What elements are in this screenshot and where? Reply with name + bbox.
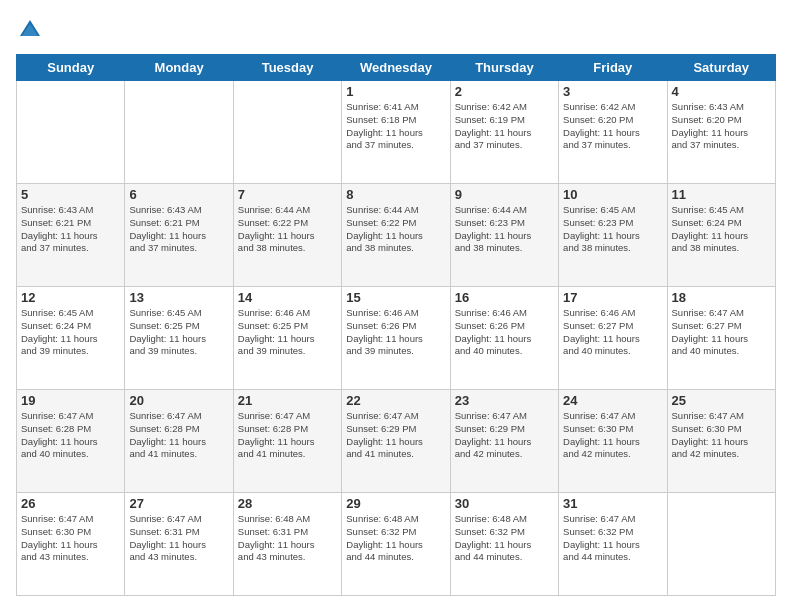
calendar-cell: 17Sunrise: 6:46 AM Sunset: 6:27 PM Dayli… bbox=[559, 287, 667, 390]
weekday-header-friday: Friday bbox=[559, 55, 667, 81]
day-info: Sunrise: 6:41 AM Sunset: 6:18 PM Dayligh… bbox=[346, 101, 445, 152]
week-row-3: 12Sunrise: 6:45 AM Sunset: 6:24 PM Dayli… bbox=[17, 287, 776, 390]
calendar-cell: 20Sunrise: 6:47 AM Sunset: 6:28 PM Dayli… bbox=[125, 390, 233, 493]
day-number: 8 bbox=[346, 187, 445, 202]
day-info: Sunrise: 6:46 AM Sunset: 6:27 PM Dayligh… bbox=[563, 307, 662, 358]
day-number: 7 bbox=[238, 187, 337, 202]
calendar-cell: 31Sunrise: 6:47 AM Sunset: 6:32 PM Dayli… bbox=[559, 493, 667, 596]
day-number: 23 bbox=[455, 393, 554, 408]
calendar-cell: 30Sunrise: 6:48 AM Sunset: 6:32 PM Dayli… bbox=[450, 493, 558, 596]
page: SundayMondayTuesdayWednesdayThursdayFrid… bbox=[0, 0, 792, 612]
day-info: Sunrise: 6:47 AM Sunset: 6:30 PM Dayligh… bbox=[563, 410, 662, 461]
calendar-cell: 2Sunrise: 6:42 AM Sunset: 6:19 PM Daylig… bbox=[450, 81, 558, 184]
day-number: 3 bbox=[563, 84, 662, 99]
calendar-cell: 1Sunrise: 6:41 AM Sunset: 6:18 PM Daylig… bbox=[342, 81, 450, 184]
weekday-header-sunday: Sunday bbox=[17, 55, 125, 81]
weekday-header-thursday: Thursday bbox=[450, 55, 558, 81]
day-number: 29 bbox=[346, 496, 445, 511]
day-number: 18 bbox=[672, 290, 771, 305]
logo-icon bbox=[16, 16, 44, 44]
calendar-cell: 15Sunrise: 6:46 AM Sunset: 6:26 PM Dayli… bbox=[342, 287, 450, 390]
day-info: Sunrise: 6:47 AM Sunset: 6:28 PM Dayligh… bbox=[21, 410, 120, 461]
day-number: 24 bbox=[563, 393, 662, 408]
day-number: 5 bbox=[21, 187, 120, 202]
logo bbox=[16, 16, 48, 44]
weekday-header-wednesday: Wednesday bbox=[342, 55, 450, 81]
day-number: 22 bbox=[346, 393, 445, 408]
calendar-cell: 5Sunrise: 6:43 AM Sunset: 6:21 PM Daylig… bbox=[17, 184, 125, 287]
calendar-cell: 16Sunrise: 6:46 AM Sunset: 6:26 PM Dayli… bbox=[450, 287, 558, 390]
calendar-cell: 7Sunrise: 6:44 AM Sunset: 6:22 PM Daylig… bbox=[233, 184, 341, 287]
calendar-cell: 23Sunrise: 6:47 AM Sunset: 6:29 PM Dayli… bbox=[450, 390, 558, 493]
day-info: Sunrise: 6:46 AM Sunset: 6:26 PM Dayligh… bbox=[455, 307, 554, 358]
day-number: 17 bbox=[563, 290, 662, 305]
calendar-cell: 9Sunrise: 6:44 AM Sunset: 6:23 PM Daylig… bbox=[450, 184, 558, 287]
day-number: 12 bbox=[21, 290, 120, 305]
day-number: 25 bbox=[672, 393, 771, 408]
day-info: Sunrise: 6:47 AM Sunset: 6:30 PM Dayligh… bbox=[21, 513, 120, 564]
calendar-cell: 18Sunrise: 6:47 AM Sunset: 6:27 PM Dayli… bbox=[667, 287, 775, 390]
day-number: 30 bbox=[455, 496, 554, 511]
calendar-cell: 14Sunrise: 6:46 AM Sunset: 6:25 PM Dayli… bbox=[233, 287, 341, 390]
weekday-header-saturday: Saturday bbox=[667, 55, 775, 81]
day-info: Sunrise: 6:48 AM Sunset: 6:32 PM Dayligh… bbox=[346, 513, 445, 564]
week-row-4: 19Sunrise: 6:47 AM Sunset: 6:28 PM Dayli… bbox=[17, 390, 776, 493]
day-info: Sunrise: 6:43 AM Sunset: 6:20 PM Dayligh… bbox=[672, 101, 771, 152]
day-info: Sunrise: 6:47 AM Sunset: 6:30 PM Dayligh… bbox=[672, 410, 771, 461]
calendar-table: SundayMondayTuesdayWednesdayThursdayFrid… bbox=[16, 54, 776, 596]
calendar-cell bbox=[17, 81, 125, 184]
calendar-cell: 13Sunrise: 6:45 AM Sunset: 6:25 PM Dayli… bbox=[125, 287, 233, 390]
calendar-cell: 19Sunrise: 6:47 AM Sunset: 6:28 PM Dayli… bbox=[17, 390, 125, 493]
day-number: 27 bbox=[129, 496, 228, 511]
week-row-1: 1Sunrise: 6:41 AM Sunset: 6:18 PM Daylig… bbox=[17, 81, 776, 184]
calendar-cell: 26Sunrise: 6:47 AM Sunset: 6:30 PM Dayli… bbox=[17, 493, 125, 596]
day-info: Sunrise: 6:45 AM Sunset: 6:23 PM Dayligh… bbox=[563, 204, 662, 255]
day-info: Sunrise: 6:46 AM Sunset: 6:26 PM Dayligh… bbox=[346, 307, 445, 358]
day-info: Sunrise: 6:46 AM Sunset: 6:25 PM Dayligh… bbox=[238, 307, 337, 358]
calendar-cell bbox=[667, 493, 775, 596]
day-number: 6 bbox=[129, 187, 228, 202]
week-row-2: 5Sunrise: 6:43 AM Sunset: 6:21 PM Daylig… bbox=[17, 184, 776, 287]
day-info: Sunrise: 6:47 AM Sunset: 6:29 PM Dayligh… bbox=[346, 410, 445, 461]
day-info: Sunrise: 6:44 AM Sunset: 6:22 PM Dayligh… bbox=[346, 204, 445, 255]
day-number: 26 bbox=[21, 496, 120, 511]
day-info: Sunrise: 6:48 AM Sunset: 6:31 PM Dayligh… bbox=[238, 513, 337, 564]
calendar-cell: 10Sunrise: 6:45 AM Sunset: 6:23 PM Dayli… bbox=[559, 184, 667, 287]
calendar-cell: 3Sunrise: 6:42 AM Sunset: 6:20 PM Daylig… bbox=[559, 81, 667, 184]
calendar-cell: 25Sunrise: 6:47 AM Sunset: 6:30 PM Dayli… bbox=[667, 390, 775, 493]
day-number: 1 bbox=[346, 84, 445, 99]
header bbox=[16, 16, 776, 44]
day-info: Sunrise: 6:47 AM Sunset: 6:28 PM Dayligh… bbox=[238, 410, 337, 461]
day-number: 31 bbox=[563, 496, 662, 511]
day-info: Sunrise: 6:42 AM Sunset: 6:19 PM Dayligh… bbox=[455, 101, 554, 152]
day-info: Sunrise: 6:43 AM Sunset: 6:21 PM Dayligh… bbox=[129, 204, 228, 255]
weekday-header-tuesday: Tuesday bbox=[233, 55, 341, 81]
calendar-cell: 4Sunrise: 6:43 AM Sunset: 6:20 PM Daylig… bbox=[667, 81, 775, 184]
calendar-cell: 29Sunrise: 6:48 AM Sunset: 6:32 PM Dayli… bbox=[342, 493, 450, 596]
day-number: 19 bbox=[21, 393, 120, 408]
calendar-cell: 11Sunrise: 6:45 AM Sunset: 6:24 PM Dayli… bbox=[667, 184, 775, 287]
day-info: Sunrise: 6:47 AM Sunset: 6:32 PM Dayligh… bbox=[563, 513, 662, 564]
calendar-cell bbox=[125, 81, 233, 184]
day-number: 16 bbox=[455, 290, 554, 305]
day-info: Sunrise: 6:44 AM Sunset: 6:23 PM Dayligh… bbox=[455, 204, 554, 255]
weekday-header-monday: Monday bbox=[125, 55, 233, 81]
day-info: Sunrise: 6:48 AM Sunset: 6:32 PM Dayligh… bbox=[455, 513, 554, 564]
day-number: 28 bbox=[238, 496, 337, 511]
day-number: 11 bbox=[672, 187, 771, 202]
day-info: Sunrise: 6:47 AM Sunset: 6:29 PM Dayligh… bbox=[455, 410, 554, 461]
day-info: Sunrise: 6:47 AM Sunset: 6:27 PM Dayligh… bbox=[672, 307, 771, 358]
day-info: Sunrise: 6:43 AM Sunset: 6:21 PM Dayligh… bbox=[21, 204, 120, 255]
calendar-cell: 8Sunrise: 6:44 AM Sunset: 6:22 PM Daylig… bbox=[342, 184, 450, 287]
weekday-header-row: SundayMondayTuesdayWednesdayThursdayFrid… bbox=[17, 55, 776, 81]
calendar-cell: 6Sunrise: 6:43 AM Sunset: 6:21 PM Daylig… bbox=[125, 184, 233, 287]
day-number: 9 bbox=[455, 187, 554, 202]
calendar-cell: 22Sunrise: 6:47 AM Sunset: 6:29 PM Dayli… bbox=[342, 390, 450, 493]
calendar-cell: 27Sunrise: 6:47 AM Sunset: 6:31 PM Dayli… bbox=[125, 493, 233, 596]
calendar-cell: 21Sunrise: 6:47 AM Sunset: 6:28 PM Dayli… bbox=[233, 390, 341, 493]
day-info: Sunrise: 6:42 AM Sunset: 6:20 PM Dayligh… bbox=[563, 101, 662, 152]
day-number: 10 bbox=[563, 187, 662, 202]
day-number: 14 bbox=[238, 290, 337, 305]
day-info: Sunrise: 6:44 AM Sunset: 6:22 PM Dayligh… bbox=[238, 204, 337, 255]
day-info: Sunrise: 6:47 AM Sunset: 6:31 PM Dayligh… bbox=[129, 513, 228, 564]
